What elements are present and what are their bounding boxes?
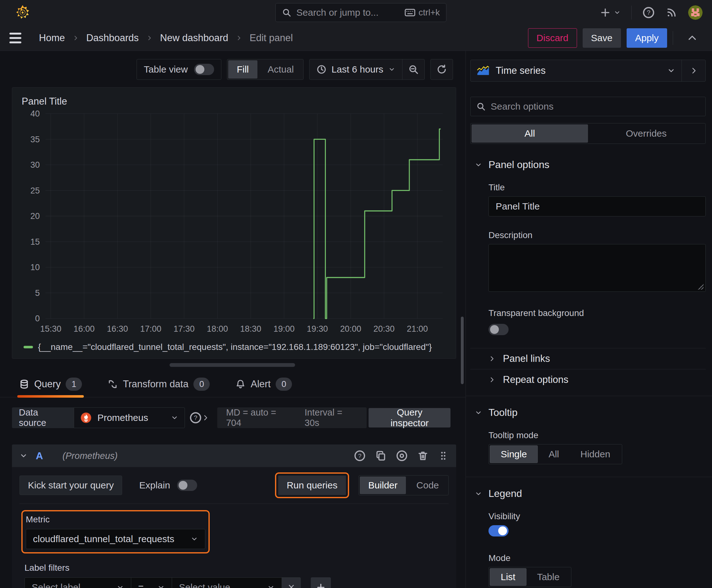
news-button[interactable] xyxy=(666,6,677,19)
time-series-chart[interactable]: 051015202530354015:3016:0016:3017:0017:3… xyxy=(20,108,448,339)
description-textarea[interactable] xyxy=(489,244,706,292)
panel-title[interactable]: Panel Title xyxy=(20,93,448,108)
kick-start-button[interactable]: Kick start your query xyxy=(19,476,122,495)
tab-overrides[interactable]: Overrides xyxy=(588,124,705,143)
help-icon[interactable]: ? xyxy=(354,450,366,462)
transparent-background-toggle[interactable] xyxy=(489,324,509,335)
datasource-help-button[interactable]: ? xyxy=(189,412,202,424)
svg-text:30: 30 xyxy=(30,160,40,170)
edit-panel-content: Table view Fill Actual Last 6 hours xyxy=(0,51,712,588)
tooltip-single-option[interactable]: Single xyxy=(490,445,538,463)
datasource-name: Prometheus xyxy=(97,413,165,423)
visualization-picker[interactable]: Time series xyxy=(471,60,682,81)
datasource-row: Data source Prometheus ? MD = auto = 704… xyxy=(0,397,466,428)
trash-icon[interactable] xyxy=(417,450,429,461)
legend-list-option[interactable]: List xyxy=(490,568,526,586)
options-search[interactable] xyxy=(470,97,706,116)
builder-option[interactable]: Builder xyxy=(360,477,406,494)
top-nav-bar: Search or jump to... ctrl+k ? xyxy=(0,0,712,25)
user-avatar[interactable] xyxy=(688,5,703,20)
legend-section: Legend Visibility Mode List Table Placem… xyxy=(470,488,706,588)
legend-visibility-toggle[interactable] xyxy=(489,525,509,537)
breadcrumb-dashboards[interactable]: Dashboards xyxy=(84,30,141,45)
query-options-summary[interactable]: MD = auto = 704 Interval = 30s xyxy=(217,407,367,428)
chevron-right-icon[interactable] xyxy=(202,414,209,422)
resize-corner[interactable] xyxy=(698,284,704,290)
table-view-toggle[interactable] xyxy=(194,64,214,75)
svg-text:17:00: 17:00 xyxy=(140,323,161,334)
help-button[interactable]: ? xyxy=(642,6,655,19)
panel-links-section[interactable]: Panel links xyxy=(470,348,706,369)
duplicate-icon[interactable] xyxy=(375,450,386,461)
metric-select[interactable]: cloudflared_tunnel_total_requests xyxy=(26,529,205,549)
chevron-down-icon xyxy=(667,67,675,75)
drag-grip-icon[interactable] xyxy=(438,450,449,461)
chevron-right-icon xyxy=(489,355,495,362)
panel-options-section: Panel options Title Description Transpar… xyxy=(470,159,706,337)
resize-drag-handle[interactable] xyxy=(170,363,295,367)
save-button[interactable]: Save xyxy=(583,28,621,48)
svg-text:15: 15 xyxy=(30,236,40,247)
time-range-picker[interactable]: Last 6 hours xyxy=(309,64,402,75)
options-search-input[interactable] xyxy=(491,101,700,112)
code-option[interactable]: Code xyxy=(407,476,448,495)
bell-icon xyxy=(235,379,245,389)
plus-icon xyxy=(600,7,610,18)
menu-toggle-button[interactable] xyxy=(9,29,27,47)
table-view-label: Table view xyxy=(144,64,188,75)
tab-alert[interactable]: Alert 0 xyxy=(234,373,294,397)
collapse-pane-button[interactable] xyxy=(682,33,703,43)
datasource-picker[interactable]: Prometheus xyxy=(74,407,185,428)
tooltip-mode-label: Tooltip mode xyxy=(489,430,706,440)
breadcrumb-new-dashboard[interactable]: New dashboard xyxy=(157,30,231,45)
series-label[interactable]: {__name__="cloudflared_tunnel_total_requ… xyxy=(38,342,432,352)
discard-button[interactable]: Discard xyxy=(528,28,577,48)
panel-title-input[interactable] xyxy=(489,196,706,216)
repeat-options-section[interactable]: Repeat options xyxy=(470,370,706,390)
run-queries-button[interactable]: Run queries xyxy=(278,476,346,495)
query-inspector-button[interactable]: Query inspector xyxy=(369,408,451,427)
close-icon xyxy=(287,583,296,588)
global-search-input[interactable]: Search or jump to... ctrl+k xyxy=(275,3,447,22)
fill-option[interactable]: Fill xyxy=(228,60,257,79)
panel-view-toolbar: Table view Fill Actual Last 6 hours xyxy=(0,51,466,80)
apply-button[interactable]: Apply xyxy=(627,28,667,48)
add-filter-button[interactable] xyxy=(311,577,331,588)
tab-query[interactable]: Query 1 xyxy=(17,373,84,397)
top-actions: ? xyxy=(600,5,703,20)
select-label-dropdown[interactable]: Select label xyxy=(24,577,131,588)
svg-text:21:00: 21:00 xyxy=(407,323,428,334)
svg-text:20: 20 xyxy=(30,211,40,221)
clock-icon xyxy=(317,64,326,75)
select-value-dropdown[interactable]: Select value xyxy=(172,577,282,588)
tooltip-all-option[interactable]: All xyxy=(538,445,569,463)
series-color-swatch[interactable] xyxy=(24,346,33,348)
metric-label: Metric xyxy=(26,514,205,525)
refresh-button[interactable] xyxy=(430,59,453,80)
actual-option[interactable]: Actual xyxy=(258,59,303,80)
search-icon xyxy=(476,102,486,111)
eye-icon[interactable] xyxy=(396,450,408,462)
breadcrumb-edit-panel: Edit panel xyxy=(247,30,296,45)
search-placeholder: Search or jump to... xyxy=(296,7,400,18)
zoom-out-time-button[interactable] xyxy=(402,59,425,80)
panel-options-header[interactable]: Panel options xyxy=(470,159,706,171)
metric-value: cloudflared_tunnel_total_requests xyxy=(33,534,184,544)
viz-suggestions-button[interactable] xyxy=(682,60,706,81)
legend-table-option[interactable]: Table xyxy=(526,568,570,586)
query-row-header[interactable]: A (Prometheus) ? xyxy=(12,444,456,467)
breadcrumb-home[interactable]: Home xyxy=(37,30,67,45)
new-dropdown-button[interactable] xyxy=(600,7,621,18)
remove-filter-button[interactable] xyxy=(282,577,301,588)
query-toolbar-right: Run queries Builder Code xyxy=(278,475,449,495)
scrollbar[interactable] xyxy=(461,317,464,384)
tab-transform-data[interactable]: Transform data 0 xyxy=(106,373,212,397)
legend-header[interactable]: Legend xyxy=(470,488,706,499)
metric-editor: Metric cloudflared_tunnel_total_requests xyxy=(24,513,207,550)
operator-dropdown[interactable]: = xyxy=(131,577,172,588)
tooltip-hidden-option[interactable]: Hidden xyxy=(570,445,621,463)
explain-toggle[interactable] xyxy=(177,480,197,491)
tab-all-options[interactable]: All xyxy=(472,124,588,143)
tooltip-header[interactable]: Tooltip xyxy=(470,407,706,418)
grafana-logo-icon[interactable] xyxy=(15,4,31,21)
